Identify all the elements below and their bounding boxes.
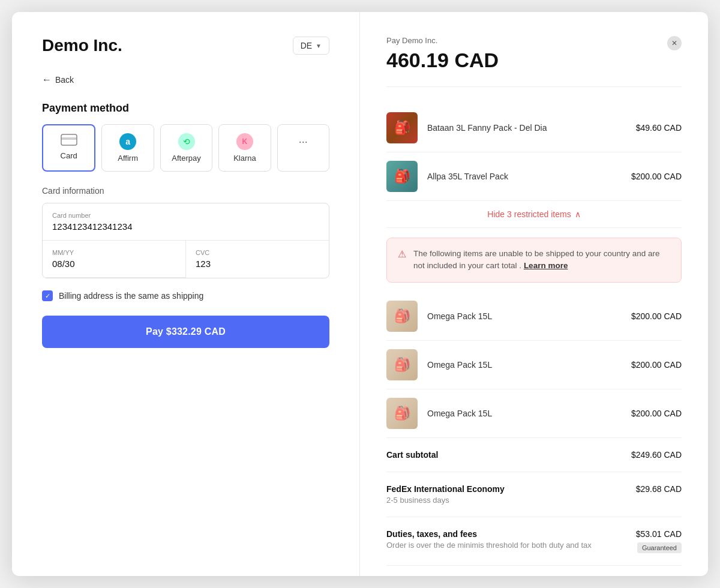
duties-label: Duties, taxes, and fees bbox=[386, 529, 592, 539]
item-name-allpa: Allpa 35L Travel Pack bbox=[427, 172, 622, 181]
item-image-fanny: 🎒 bbox=[386, 112, 418, 143]
item-price-omega-2: $200.00 CAD bbox=[631, 360, 682, 370]
item-price-fanny: $49.60 CAD bbox=[636, 123, 682, 133]
order-item-omega-1: 🎒 Omega Pack 15L $200.00 CAD bbox=[386, 292, 682, 341]
item-name-omega-2: Omega Pack 15L bbox=[427, 360, 622, 370]
header-row: Demo Inc. DE ▼ bbox=[42, 36, 329, 55]
cart-subtotal-label: Cart subtotal bbox=[386, 450, 438, 460]
item-image-omega-1: 🎒 bbox=[386, 301, 418, 332]
card-icon bbox=[61, 134, 77, 148]
billing-row: ✓ Billing address is the same as shippin… bbox=[42, 290, 329, 301]
expiry-value: 08/30 bbox=[52, 259, 176, 269]
hide-restricted-label: Hide 3 restricted items bbox=[487, 209, 571, 219]
learn-more-link[interactable]: Learn more bbox=[524, 261, 568, 270]
payment-methods: Card a Affirm ⟲ Afterpay K Klarna ··· bbox=[42, 124, 329, 172]
payment-method-afterpay[interactable]: ⟲ Afterpay bbox=[160, 124, 212, 172]
klarna-icon: K bbox=[236, 133, 253, 150]
item-image-omega-2: 🎒 bbox=[386, 349, 418, 380]
language-selector[interactable]: DE ▼ bbox=[293, 37, 329, 55]
hide-restricted-button[interactable]: Hide 3 restricted items ∧ bbox=[386, 201, 682, 228]
lang-value: DE bbox=[301, 41, 312, 50]
affirm-icon: a bbox=[119, 133, 136, 150]
cart-subtotal-value: $249.60 CAD bbox=[631, 450, 682, 460]
item-price-omega-3: $200.00 CAD bbox=[631, 409, 682, 418]
card-label: Card bbox=[61, 151, 77, 160]
svg-rect-1 bbox=[61, 137, 77, 140]
more-icon: ··· bbox=[295, 133, 311, 150]
order-item-allpa: 🎒 Allpa 35L Travel Pack $200.00 CAD bbox=[386, 152, 682, 201]
cart-subtotal-row: Cart subtotal $249.60 CAD bbox=[386, 438, 682, 472]
back-arrow-icon: ← bbox=[42, 74, 52, 85]
guaranteed-badge: Guaranteed bbox=[637, 542, 682, 553]
close-button[interactable]: ✕ bbox=[667, 36, 682, 50]
payment-method-title: Payment method bbox=[42, 102, 329, 115]
item-price-allpa: $200.00 CAD bbox=[631, 172, 682, 181]
expiry-cvc-row: MM/YY 08/30 CVC 123 bbox=[43, 241, 329, 278]
cvc-field[interactable]: CVC 123 bbox=[186, 241, 329, 278]
shipping-value: $29.68 CAD bbox=[636, 484, 682, 494]
payment-method-card[interactable]: Card bbox=[42, 124, 95, 172]
affirm-label: Affirm bbox=[118, 154, 138, 163]
billing-checkbox[interactable]: ✓ bbox=[42, 290, 53, 301]
right-panel: ✕ Pay Demo Inc. 460.19 CAD 🎒 Bataan 3L F… bbox=[360, 12, 708, 576]
afterpay-icon: ⟲ bbox=[178, 133, 195, 150]
duties-sublabel: Order is over the de minimis threshold f… bbox=[386, 541, 592, 550]
afterpay-label: Afterpay bbox=[172, 154, 200, 163]
chevron-up-icon: ∧ bbox=[575, 209, 581, 219]
company-name: Demo Inc. bbox=[42, 36, 122, 55]
shipping-sublabel: 2-5 business days bbox=[386, 496, 505, 505]
cvc-label: CVC bbox=[196, 249, 319, 256]
left-panel: Demo Inc. DE ▼ ← Back Payment method Car… bbox=[12, 12, 360, 576]
order-item-omega-2: 🎒 Omega Pack 15L $200.00 CAD bbox=[386, 341, 682, 389]
payment-method-klarna[interactable]: K Klarna bbox=[218, 124, 271, 172]
item-name-omega-3: Omega Pack 15L bbox=[427, 409, 622, 418]
card-form: Card number 1234123412341234 MM/YY 08/30… bbox=[42, 203, 329, 278]
card-number-label: Card number bbox=[52, 212, 319, 219]
order-item-omega-3: 🎒 Omega Pack 15L $200.00 CAD bbox=[386, 389, 682, 438]
restricted-warning: ⚠ The following items are unable to be s… bbox=[386, 238, 682, 283]
chevron-down-icon: ▼ bbox=[316, 43, 322, 49]
expiry-label: MM/YY bbox=[52, 249, 176, 256]
card-number-value: 1234123412341234 bbox=[52, 221, 319, 232]
card-info-title: Card information bbox=[42, 186, 329, 196]
pay-to-label: Pay Demo Inc. bbox=[386, 36, 682, 45]
item-name-fanny: Bataan 3L Fanny Pack - Del Dia bbox=[427, 123, 626, 133]
item-image-allpa: 🎒 bbox=[386, 161, 418, 192]
payment-method-affirm[interactable]: a Affirm bbox=[101, 124, 154, 172]
card-number-field[interactable]: Card number 1234123412341234 bbox=[43, 203, 329, 241]
duties-right: $53.01 CAD Guaranteed bbox=[636, 529, 682, 553]
expiry-field[interactable]: MM/YY 08/30 bbox=[43, 241, 186, 278]
billing-label: Billing address is the same as shipping bbox=[59, 291, 203, 301]
shipping-label: FedEx International Economy bbox=[386, 484, 505, 494]
more-label bbox=[302, 154, 305, 163]
pay-button[interactable]: Pay $332.29 CAD bbox=[42, 316, 329, 348]
back-link[interactable]: ← Back bbox=[42, 74, 329, 85]
order-item-fanny: 🎒 Bataan 3L Fanny Pack - Del Dia $49.60 … bbox=[386, 104, 682, 152]
warning-icon: ⚠ bbox=[398, 248, 406, 260]
item-image-omega-3: 🎒 bbox=[386, 398, 418, 429]
warning-text: The following items are unable to be shi… bbox=[413, 248, 670, 272]
klarna-label: Klarna bbox=[233, 154, 256, 163]
duties-row: Duties, taxes, and fees Order is over th… bbox=[386, 517, 682, 566]
item-name-omega-1: Omega Pack 15L bbox=[427, 311, 622, 321]
item-price-omega-1: $200.00 CAD bbox=[631, 311, 682, 321]
total-amount: 460.19 CAD bbox=[386, 49, 682, 87]
shipping-row: FedEx International Economy 2-5 business… bbox=[386, 472, 682, 517]
back-label: Back bbox=[55, 75, 74, 85]
cvc-value: 123 bbox=[196, 259, 319, 269]
payment-method-more[interactable]: ··· bbox=[277, 124, 329, 172]
duties-value: $53.01 CAD bbox=[636, 529, 682, 539]
